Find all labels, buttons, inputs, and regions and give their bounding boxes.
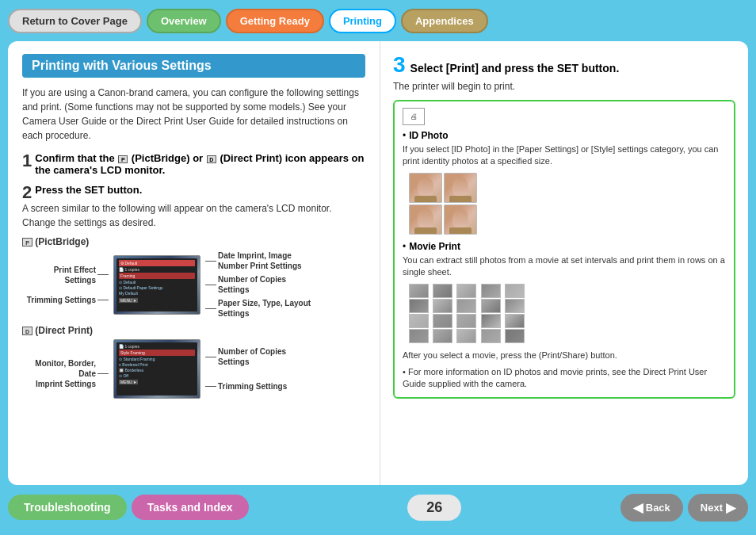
dp-trimming-label: Trimming Settings bbox=[205, 381, 287, 392]
step3-desc: The printer will begin to print. bbox=[393, 81, 735, 92]
step-1-number: 1 bbox=[22, 152, 32, 170]
movie-print-section: • Movie Print You can extract still phot… bbox=[403, 241, 726, 343]
movie-cell-19 bbox=[481, 329, 501, 343]
printer-icon-box: 🖨 bbox=[403, 108, 425, 125]
movie-cell-5 bbox=[505, 284, 525, 298]
more-info-text: • For more information on ID photos and … bbox=[403, 366, 726, 391]
printing-button[interactable]: Printing bbox=[329, 9, 396, 33]
id-photo-1 bbox=[409, 173, 442, 203]
directprint-right-labels: Number of CopiesSettings Trimming Settin… bbox=[200, 346, 287, 392]
step-2-block: 2 Press the SET button. A screen similar… bbox=[22, 184, 365, 399]
movie-print-title: Movie Print bbox=[409, 241, 460, 252]
id-photo-desc: If you select [ID Photo] in the [Paper S… bbox=[403, 143, 726, 168]
back-label: Back bbox=[646, 502, 670, 514]
after-movie-text: After you select a movie, press the (Pri… bbox=[403, 350, 726, 361]
info-box: 🖨 • ID Photo If you select [ID Photo] in… bbox=[393, 100, 735, 399]
step-1-title: Confirm that the P (PictBridge) or D (Di… bbox=[35, 151, 364, 176]
movie-cell-3 bbox=[456, 284, 476, 298]
troubleshooting-button[interactable]: Troubleshooting bbox=[8, 495, 127, 520]
next-arrow-icon: ▶ bbox=[726, 500, 735, 515]
movie-cell-7 bbox=[433, 299, 452, 313]
directprint-left-labels: Monitor, Border, DateImprint Settings bbox=[22, 349, 113, 389]
step3-header: 3 Select [Print] and press the SET butto… bbox=[393, 54, 735, 76]
trimming-label: Trimming Settings bbox=[27, 295, 109, 305]
movie-cell-9 bbox=[481, 299, 501, 313]
movie-cell-18 bbox=[456, 329, 476, 343]
bottom-navigation: Troubleshooting Tasks and Index 26 ◀ Bac… bbox=[0, 485, 756, 529]
pictbridge-screen: ⚙ Default 📄 1 copies Framing ⊙ Default ⊙… bbox=[113, 255, 200, 315]
step-2-title: Press the SET button. bbox=[35, 182, 142, 196]
overview-button[interactable]: Overview bbox=[147, 9, 221, 33]
directprint-screen: 📄 1 copies Style Framing ⊙ Standard Fram… bbox=[113, 339, 200, 399]
directprint-diagram: Monitor, Border, DateImprint Settings 📄 … bbox=[22, 339, 365, 399]
id-photo-3 bbox=[409, 204, 442, 235]
step-2-number: 2 bbox=[22, 184, 32, 201]
appendices-button[interactable]: Appendices bbox=[401, 9, 488, 33]
movie-cell-12 bbox=[433, 314, 452, 328]
next-label: Next bbox=[701, 502, 723, 514]
id-photo-2 bbox=[444, 173, 477, 203]
movie-cell-10 bbox=[505, 299, 525, 313]
pictbridge-diagram: Print Effect Settings Trimming Settings … bbox=[22, 250, 365, 319]
page-number: 26 bbox=[407, 495, 461, 521]
main-content: Printing with Various Settings If you ar… bbox=[8, 41, 748, 485]
movie-cell-13 bbox=[456, 314, 476, 328]
directprint-label: D (Direct Print) bbox=[22, 325, 365, 336]
top-navigation: Return to Cover Page Overview Getting Re… bbox=[0, 0, 756, 41]
print-effect-label: Print Effect Settings bbox=[22, 265, 109, 285]
movie-print-desc: You can extract still photos from a movi… bbox=[403, 254, 726, 279]
getting-ready-button[interactable]: Getting Ready bbox=[226, 9, 324, 33]
back-button[interactable]: ◀ Back bbox=[620, 494, 683, 522]
movie-cell-11 bbox=[409, 314, 429, 328]
tasks-and-index-button[interactable]: Tasks and Index bbox=[132, 495, 249, 520]
movie-cell-8 bbox=[456, 299, 476, 313]
return-to-cover-button[interactable]: Return to Cover Page bbox=[8, 9, 142, 33]
movie-cell-1 bbox=[409, 284, 429, 298]
movie-cell-6 bbox=[409, 299, 429, 313]
pictbridge-left-labels: Print Effect Settings Trimming Settings bbox=[22, 265, 113, 305]
section-title: Printing with Various Settings bbox=[22, 54, 365, 78]
info-box-header: 🖨 bbox=[403, 108, 726, 125]
pictbridge-label: P (PictBridge) bbox=[22, 236, 365, 247]
step-2-desc: A screen similar to the following will a… bbox=[22, 201, 365, 230]
date-imprint-label: Date Imprint, ImageNumber Print Settings bbox=[205, 250, 311, 271]
intro-text: If you are using a Canon-brand camera, y… bbox=[22, 86, 365, 143]
movie-cell-14 bbox=[481, 314, 501, 328]
next-button[interactable]: Next ▶ bbox=[688, 494, 748, 522]
left-panel: Printing with Various Settings If you ar… bbox=[8, 41, 380, 485]
paper-size-label: Paper Size, Type, LayoutSettings bbox=[205, 298, 311, 319]
pictbridge-right-labels: Date Imprint, ImageNumber Print Settings… bbox=[200, 250, 311, 319]
id-photo-section: • ID Photo If you select [ID Photo] in t… bbox=[403, 130, 726, 235]
dp-copies-label: Number of CopiesSettings bbox=[205, 346, 287, 367]
copies-label: Number of CopiesSettings bbox=[205, 274, 311, 295]
id-photo-4 bbox=[444, 204, 477, 235]
step3-title: Select [Print] and press the SET button. bbox=[410, 62, 620, 75]
movie-cell-4 bbox=[481, 284, 501, 298]
id-photo-title: ID Photo bbox=[409, 130, 448, 141]
back-arrow-icon: ◀ bbox=[633, 500, 643, 515]
right-panel: 3 Select [Print] and press the SET butto… bbox=[380, 41, 748, 485]
movie-cell-16 bbox=[409, 329, 429, 343]
movie-cell-15 bbox=[505, 314, 525, 328]
movie-cell-17 bbox=[433, 329, 452, 343]
movie-cell-20 bbox=[505, 329, 525, 343]
monitor-border-label: Monitor, Border, DateImprint Settings bbox=[22, 358, 109, 389]
step3-number: 3 bbox=[393, 54, 406, 76]
movie-cell-2 bbox=[433, 284, 452, 298]
step-1-block: 1 Confirm that the P (PictBridge) or D (… bbox=[22, 152, 365, 176]
